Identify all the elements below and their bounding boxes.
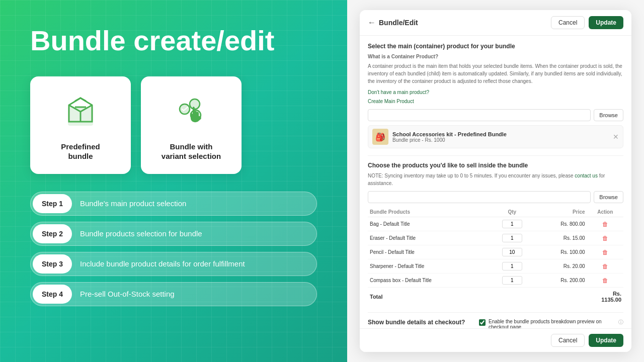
checkout-checkbox[interactable] (479, 319, 486, 326)
price-cell: Rs. 20.00 (534, 259, 587, 274)
col-product-header: Bundle Products (368, 207, 490, 217)
back-button[interactable]: ← (368, 18, 376, 27)
bundle-edit-card: ← Bundle/Edit Cancel Update Select the m… (360, 10, 631, 352)
container-desc-heading: What is a Container Product? (368, 54, 438, 59)
bundle-products-title: Choose the products you'd like to sell i… (368, 162, 623, 169)
delete-row-button[interactable]: 🗑 (602, 277, 608, 284)
left-panel: Bundle create/edit Predefinedbundle (0, 0, 347, 362)
total-value: Rs. 1135.00 (534, 288, 623, 306)
card-footer: Cancel Update (360, 328, 631, 352)
step-3-text: Include bundle product details for order… (80, 259, 245, 268)
action-cell: 🗑 (587, 274, 623, 288)
bundle-products-table: Bundle Products Qty Price Action Bag - D… (368, 207, 623, 305)
header-actions: Cancel Update (551, 16, 623, 29)
table-row: Pencil - Default Title Rs. 100.00 🗑 (368, 245, 623, 259)
page-title: Bundle create/edit (30, 25, 317, 56)
bundle-browse-button[interactable]: Browse (594, 191, 623, 203)
qty-cell (490, 231, 534, 245)
checkout-section-title: Show bundle details at checkout? (368, 319, 471, 326)
bundle-search-input[interactable] (368, 191, 591, 203)
qty-input[interactable] (502, 234, 522, 242)
step-1-text: Bundle's main product selection (80, 199, 186, 208)
step-3-item[interactable]: Step 3 Include bundle product details fo… (30, 252, 317, 276)
qty-input[interactable] (502, 276, 522, 285)
step-2-badge: Step 2 (33, 224, 72, 243)
total-label: Total (368, 288, 534, 306)
product-price: Bundle price - Rs. 1000 (392, 137, 613, 143)
no-main-product-link[interactable]: Don't have a main product? (368, 89, 429, 95)
footer-cancel-button[interactable]: Cancel (551, 334, 585, 347)
product-info: School Accessories kit - Predefined Bund… (392, 131, 613, 143)
step-2-item[interactable]: Step 2 Bundle products selection for bun… (30, 222, 317, 246)
create-main-product-link[interactable]: Create Main Product (368, 99, 414, 104)
product-cell: Compass box - Default Title (368, 274, 490, 288)
product-cell: Sharpener - Default Title (368, 259, 490, 274)
delete-row-button[interactable]: 🗑 (602, 263, 608, 270)
steps-list: Step 1 Bundle's main product selection S… (30, 192, 317, 306)
info-icon: ⓘ (618, 319, 623, 326)
qty-cell (490, 217, 534, 231)
package-icon (60, 92, 101, 132)
footer-update-button[interactable]: Update (589, 334, 623, 347)
product-cell: Bag - Default Title (368, 217, 490, 231)
qty-cell (490, 245, 534, 259)
product-name: School Accessories kit - Predefined Bund… (392, 131, 613, 137)
selected-container-product: 🎒 School Accessories kit - Predefined Bu… (368, 125, 623, 148)
step-4-badge: Step 4 (33, 285, 72, 304)
delete-row-button[interactable]: 🗑 (602, 221, 608, 228)
product-cell: Pencil - Default Title (368, 245, 490, 259)
container-section: Select the main (container) product for … (368, 43, 623, 148)
container-desc: A container product is the main item tha… (368, 62, 623, 85)
note-text: NOTE: Syncing inventory may take up to 0… (368, 173, 574, 178)
step-1-badge: Step 1 (33, 194, 72, 213)
product-thumbnail: 🎒 (372, 129, 388, 145)
col-qty-header: Qty (490, 207, 534, 217)
card-header: ← Bundle/Edit Cancel Update (360, 10, 631, 36)
remove-container-product-button[interactable]: ✕ (613, 133, 619, 141)
divider-1 (368, 155, 623, 156)
container-search-input[interactable] (368, 109, 591, 121)
bundle-type-cards: Predefinedbundle Bundle withvariant (30, 76, 317, 174)
header-cancel-button[interactable]: Cancel (551, 16, 585, 29)
qty-input[interactable] (502, 248, 522, 256)
col-price-header: Price (534, 207, 587, 217)
container-section-title: Select the main (container) product for … (368, 43, 623, 50)
qty-input[interactable] (502, 220, 522, 228)
price-cell: Rs. 15.00 (534, 231, 587, 245)
contact-us-link[interactable]: contact us (575, 173, 598, 178)
total-row: Total Rs. 1135.00 (368, 288, 623, 306)
action-cell: 🗑 (587, 245, 623, 259)
col-action-header: Action (587, 207, 623, 217)
table-row: Eraser - Default Title Rs. 15.00 🗑 (368, 231, 623, 245)
predefined-bundle-card[interactable]: Predefinedbundle (30, 76, 131, 174)
step-2-text: Bundle products selection for bundle (80, 229, 202, 238)
container-desc-title: What is a Container Product? (368, 53, 623, 60)
step-4-text: Pre-sell Out-of-Stock setting (80, 290, 175, 298)
step-4-item[interactable]: Step 4 Pre-sell Out-of-Stock setting (30, 282, 317, 306)
variant-bundle-card[interactable]: Bundle withvariant selection (141, 76, 242, 174)
action-cell: 🗑 (587, 217, 623, 231)
price-cell: Rs. 800.00 (534, 217, 587, 231)
delete-row-button[interactable]: 🗑 (602, 249, 608, 256)
table-row: Bag - Default Title Rs. 800.00 🗑 (368, 217, 623, 231)
header-title: Bundle/Edit (379, 19, 418, 27)
right-panel: ← Bundle/Edit Cancel Update Select the m… (347, 0, 644, 362)
divider-2 (368, 312, 623, 313)
action-cell: 🗑 (587, 259, 623, 274)
delete-row-button[interactable]: 🗑 (602, 235, 608, 242)
step-3-badge: Step 3 (33, 254, 72, 274)
step-1-item[interactable]: Step 1 Bundle's main product selection (30, 192, 317, 216)
container-search-row: Browse (368, 109, 623, 121)
bundle-search-row: Browse (368, 191, 623, 203)
card-body: Select the main (container) product for … (360, 36, 631, 352)
price-cell: Rs. 200.00 (534, 274, 587, 288)
product-cell: Eraser - Default Title (368, 231, 490, 245)
bundle-products-section: Choose the products you'd like to sell i… (368, 162, 623, 305)
header-update-button[interactable]: Update (589, 16, 623, 29)
table-row: Compass box - Default Title Rs. 200.00 🗑 (368, 274, 623, 288)
variant-select-icon (171, 92, 211, 132)
variant-bundle-label: Bundle withvariant selection (151, 142, 231, 161)
container-browse-button[interactable]: Browse (594, 109, 623, 121)
qty-input[interactable] (502, 262, 522, 270)
table-row: Sharpener - Default Title Rs. 20.00 🗑 (368, 259, 623, 274)
